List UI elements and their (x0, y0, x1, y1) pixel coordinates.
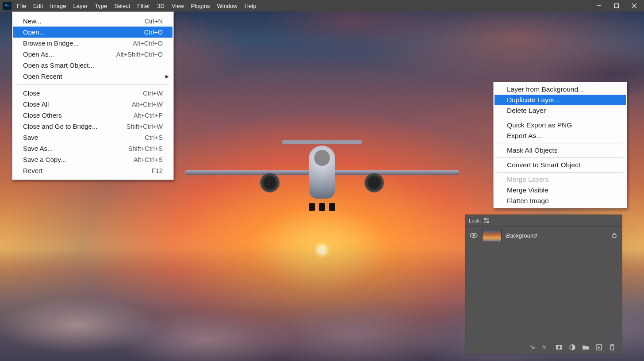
file-menu-item-close-others[interactable]: Close OthersAlt+Ctrl+P (13, 110, 172, 121)
menu-3d[interactable]: 3D (153, 1, 168, 11)
menu-item-label: Open Recent (23, 73, 62, 80)
menu-item-label: Close All (23, 100, 49, 108)
layers-panel: Lock: Background fx (465, 215, 622, 354)
menu-edit[interactable]: Edit (30, 1, 46, 11)
file-menu-item-save-a-copy[interactable]: Save a Copy...Alt+Ctrl+S (13, 154, 172, 165)
layers-lock-row: Lock: (465, 215, 622, 227)
new-layer-icon[interactable] (595, 344, 602, 351)
menu-item-shortcut: Shift+Ctrl+S (128, 145, 163, 152)
layer-visibility-icon[interactable] (470, 232, 478, 238)
menu-select[interactable]: Select (111, 1, 134, 11)
menu-filter[interactable]: Filter (134, 1, 153, 11)
menu-item-label: Revert (23, 167, 42, 174)
file-menu-item-close-all[interactable]: Close AllAlt+Ctrl+W (13, 99, 172, 110)
layer-thumbnail[interactable] (482, 229, 502, 242)
layer-row-background[interactable]: Background (465, 227, 622, 244)
menu-item-shortcut: Shift+Ctrl+W (126, 123, 163, 130)
menu-window[interactable]: Window (213, 1, 241, 11)
file-menu-item-close-and-go-to-bridge[interactable]: Close and Go to Bridge...Shift+Ctrl+W (13, 121, 172, 132)
file-menu-item-new[interactable]: New...Ctrl+N (13, 15, 172, 27)
layer-name-label: Background (506, 232, 607, 239)
menu-type[interactable]: Type (91, 1, 111, 11)
menu-plugins[interactable]: Plugins (188, 1, 214, 11)
lock-label: Lock: (469, 218, 481, 223)
svg-rect-7 (484, 221, 487, 223)
layer-context-menu: Layer from Background...Duplicate Layer.… (493, 82, 627, 208)
menu-item-shortcut: Alt+Ctrl+O (133, 40, 163, 47)
app-logo: Ps (3, 2, 12, 10)
menu-item-shortcut: Ctrl+W (143, 90, 163, 97)
menu-item-label: Close Others (23, 111, 62, 119)
svg-point-9 (473, 234, 475, 237)
file-menu-item-save-as[interactable]: Save As...Shift+Ctrl+S (13, 143, 172, 154)
context-menu-item-merge-visible[interactable]: Merge Visible (494, 185, 626, 196)
file-menu-item-open-recent[interactable]: Open Recent▶ (13, 71, 172, 82)
svg-rect-6 (487, 218, 489, 220)
menu-item-shortcut: Alt+Shift+Ctrl+O (116, 51, 163, 58)
menu-item-label: Save (23, 134, 38, 141)
menu-item-shortcut: Alt+Ctrl+W (132, 101, 163, 108)
menu-file[interactable]: File (13, 1, 30, 11)
menubar: Ps File Edit Image Layer Type Select Fil… (0, 0, 644, 12)
window-maximize-button[interactable] (608, 1, 625, 10)
context-menu-item-mask-all-objects[interactable]: Mask All Objects (494, 145, 626, 156)
context-menu-item-delete-layer[interactable]: Delete Layer (494, 105, 626, 116)
svg-point-12 (558, 346, 560, 348)
lock-transparent-pixels-icon[interactable] (484, 218, 490, 224)
menu-item-label: Close (23, 89, 40, 97)
menu-view[interactable]: View (168, 1, 188, 11)
context-menu-item-duplicate-layer[interactable]: Duplicate Layer... (494, 95, 626, 105)
file-menu-item-open[interactable]: Open...Ctrl+O (13, 27, 172, 38)
file-menu-item-close[interactable]: CloseCtrl+W (13, 88, 172, 99)
file-menu-item-browse-in-bridge[interactable]: Browse in Bridge...Alt+Ctrl+O (13, 38, 172, 49)
menu-separator (497, 118, 623, 118)
menu-image[interactable]: Image (46, 1, 69, 11)
context-menu-item-flatten-image[interactable]: Flatten Image (494, 196, 626, 206)
context-menu-item-layer-from-background[interactable]: Layer from Background... (494, 84, 626, 95)
svg-rect-10 (613, 235, 616, 238)
link-layers-icon[interactable] (529, 344, 536, 351)
file-menu-item-open-as[interactable]: Open As...Alt+Shift+Ctrl+O (13, 49, 172, 60)
menu-item-shortcut: Alt+Ctrl+S (134, 156, 163, 163)
menu-item-label: New... (23, 17, 42, 25)
lock-icon (611, 232, 617, 238)
menu-separator (17, 84, 169, 85)
svg-rect-4 (484, 218, 487, 220)
menu-item-label: Save a Copy... (23, 156, 66, 163)
svg-rect-5 (487, 221, 489, 223)
menu-item-label: Open... (23, 28, 45, 36)
layers-panel-footer: fx (465, 340, 622, 354)
submenu-arrow-icon: ▶ (165, 74, 169, 79)
menu-separator (497, 157, 623, 158)
menu-item-label: Open As... (23, 50, 54, 58)
menu-item-label: Open as Smart Object... (23, 61, 94, 69)
add-mask-icon[interactable] (556, 344, 563, 351)
menu-item-shortcut: Ctrl+N (145, 18, 163, 25)
group-layers-icon[interactable] (582, 344, 589, 351)
menu-item-label: Save As... (23, 145, 53, 152)
menu-separator (497, 172, 623, 173)
window-close-button[interactable] (625, 1, 643, 10)
menu-separator (497, 143, 623, 143)
layer-effects-icon[interactable]: fx (542, 344, 549, 351)
menu-layer[interactable]: Layer (70, 1, 92, 11)
menu-item-shortcut: Ctrl+O (144, 29, 163, 36)
context-menu-item-export-as[interactable]: Export As... (494, 131, 626, 141)
menu-help[interactable]: Help (241, 1, 260, 11)
menu-item-label: Browse in Bridge... (23, 39, 79, 47)
menu-item-shortcut: Alt+Ctrl+P (134, 112, 163, 119)
airplane-image (309, 146, 335, 199)
window-minimize-button[interactable] (590, 1, 608, 10)
file-menu-item-revert[interactable]: RevertF12 (13, 165, 172, 176)
menu-item-shortcut: F12 (152, 167, 163, 174)
file-menu-item-save[interactable]: SaveCtrl+S (13, 132, 172, 143)
delete-layer-icon[interactable] (609, 344, 616, 351)
menu-item-shortcut: Ctrl+S (145, 134, 163, 141)
context-menu-item-merge-layers: Merge Layers (494, 174, 626, 185)
file-menu-item-open-as-smart-object[interactable]: Open as Smart Object... (13, 60, 172, 71)
svg-rect-1 (615, 4, 619, 8)
adjustment-layer-icon[interactable] (569, 344, 576, 351)
menu-item-label: Close and Go to Bridge... (23, 123, 97, 130)
context-menu-item-convert-to-smart-object[interactable]: Convert to Smart Object (494, 160, 626, 170)
context-menu-item-quick-export-as-png[interactable]: Quick Export as PNG (494, 120, 626, 131)
